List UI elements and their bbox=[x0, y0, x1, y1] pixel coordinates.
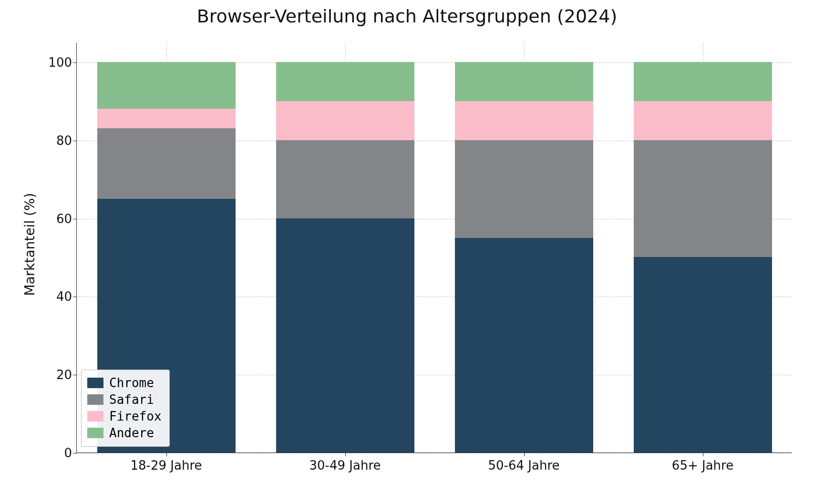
chart-title: Browser-Verteilung nach Altersgruppen (2… bbox=[0, 6, 814, 27]
x-tick-label: 30-49 Jahre bbox=[309, 458, 381, 473]
x-tick-label: 18-29 Jahre bbox=[130, 458, 202, 473]
bar-group bbox=[634, 42, 772, 453]
bar-segment bbox=[455, 101, 593, 140]
bar-segment bbox=[97, 128, 236, 198]
y-axis-label: Marktanteil (%) bbox=[22, 141, 38, 244]
bar-segment bbox=[634, 140, 772, 257]
bar-group bbox=[455, 42, 593, 453]
legend: ChromeSafariFirefoxAndere bbox=[81, 370, 170, 447]
y-tick-label: 40 bbox=[43, 289, 72, 304]
legend-label: Firefox bbox=[109, 408, 162, 425]
y-tick bbox=[73, 219, 77, 219]
y-tick-label: 20 bbox=[43, 368, 72, 382]
legend-item: Safari bbox=[87, 391, 162, 408]
x-tick bbox=[524, 453, 525, 456]
y-tick bbox=[73, 62, 77, 63]
x-tick bbox=[703, 453, 703, 456]
x-tick bbox=[166, 453, 167, 456]
grid-line bbox=[77, 453, 792, 453]
bar-segment bbox=[97, 62, 236, 109]
chart-container: Browser-Verteilung nach Altersgruppen (2… bbox=[0, 0, 814, 504]
legend-label: Safari bbox=[109, 391, 154, 408]
bar-segment bbox=[97, 109, 236, 128]
bar-segment bbox=[276, 218, 414, 453]
y-tick-label: 0 bbox=[43, 446, 72, 460]
legend-item: Chrome bbox=[87, 375, 162, 391]
bar-segment bbox=[276, 140, 414, 218]
bar-segment bbox=[276, 101, 414, 140]
y-tick bbox=[73, 375, 77, 375]
y-tick bbox=[73, 453, 77, 453]
bar-segment bbox=[455, 140, 593, 238]
bar-segment bbox=[634, 62, 772, 101]
legend-swatch bbox=[87, 378, 103, 388]
y-tick-label: 100 bbox=[43, 55, 72, 70]
legend-label: Chrome bbox=[109, 375, 154, 391]
y-tick-label: 60 bbox=[43, 212, 72, 226]
legend-item: Firefox bbox=[87, 408, 162, 425]
y-tick bbox=[73, 141, 77, 141]
bar-segment bbox=[276, 62, 414, 101]
legend-swatch bbox=[87, 411, 103, 422]
y-tick-label: 80 bbox=[43, 134, 72, 148]
bar-layer bbox=[77, 43, 792, 453]
legend-swatch bbox=[87, 428, 103, 438]
x-tick-label: 50-64 Jahre bbox=[488, 458, 559, 473]
bar-segment bbox=[455, 238, 593, 453]
bar-segment bbox=[455, 62, 593, 101]
legend-swatch bbox=[87, 394, 103, 405]
legend-label: Andere bbox=[109, 425, 154, 442]
plot-area: 18-29 Jahre30-49 Jahre50-64 Jahre65+ Jah… bbox=[76, 43, 792, 453]
y-tick bbox=[73, 297, 77, 297]
x-tick-label: 65+ Jahre bbox=[672, 458, 733, 473]
x-tick bbox=[345, 453, 346, 456]
legend-item: Andere bbox=[87, 425, 162, 442]
bar-segment bbox=[634, 101, 772, 140]
bar-group bbox=[276, 42, 414, 453]
bar-segment bbox=[634, 257, 772, 453]
